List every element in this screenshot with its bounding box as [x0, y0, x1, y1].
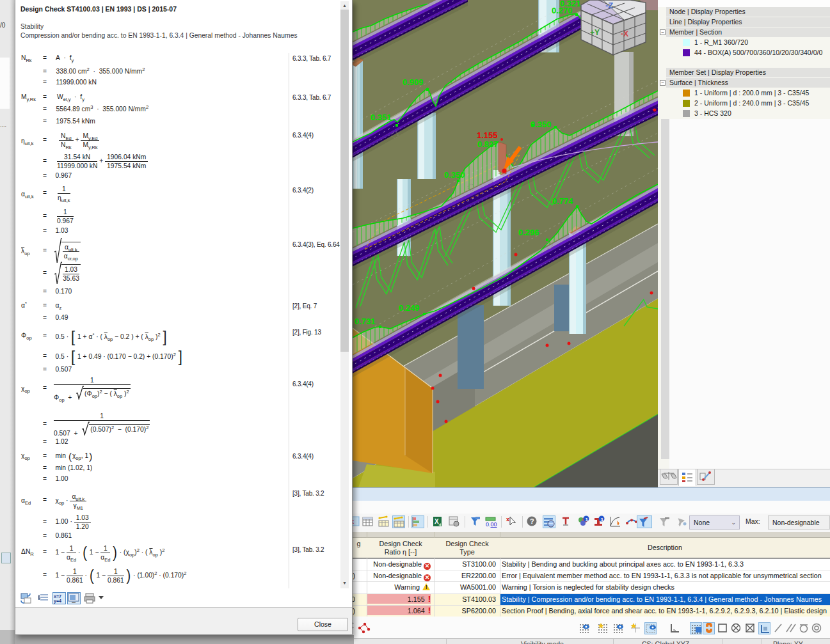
svg-text:0.827: 0.827 [477, 139, 499, 149]
svg-text:+Y: +Y [590, 28, 600, 37]
svg-text:x: x [506, 516, 509, 522]
svg-text:1: 1 [586, 517, 589, 522]
svg-text:X: X [435, 518, 439, 525]
svg-text:0.296: 0.296 [518, 228, 539, 237]
svg-text:0.350: 0.350 [531, 120, 552, 129]
svg-text:0.774: 0.774 [552, 196, 573, 206]
svg-text:0.00: 0.00 [486, 521, 497, 528]
svg-text:1.155: 1.155 [477, 130, 498, 140]
svg-text:1: 1 [601, 517, 604, 522]
svg-text:0.350: 0.350 [444, 170, 465, 180]
svg-text:-X: -X [621, 29, 628, 38]
svg-text:0.249: 0.249 [399, 303, 420, 313]
svg-text:-Z: -Z [605, 1, 613, 10]
svg-text:y=4: y=4 [54, 599, 61, 604]
svg-text:0.351: 0.351 [371, 113, 392, 122]
svg-text:0.270: 0.270 [552, 6, 573, 15]
svg-text:0.909: 0.909 [403, 77, 424, 87]
svg-text:0.731: 0.731 [355, 317, 376, 326]
svg-text:x=7: x=7 [54, 594, 61, 599]
svg-text:?: ? [530, 517, 534, 525]
